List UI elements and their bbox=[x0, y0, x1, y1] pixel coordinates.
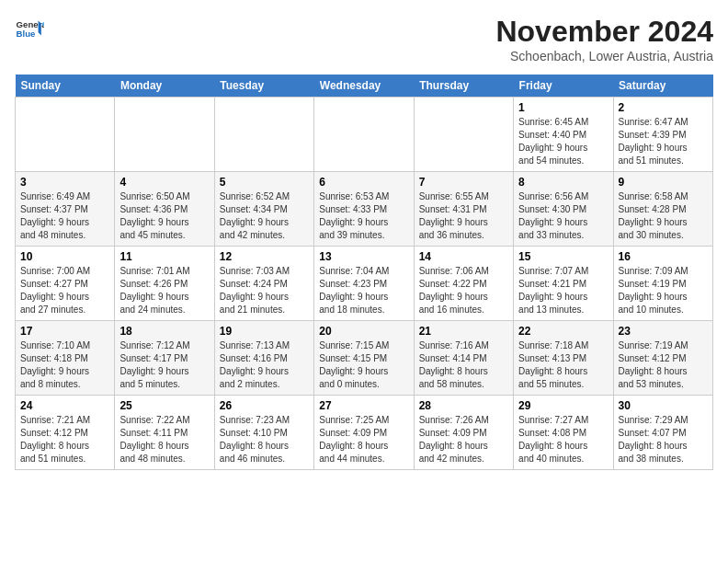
location: Schoenbach, Lower Austria, Austria bbox=[495, 49, 713, 63]
day-cell: 18Sunrise: 7:12 AMSunset: 4:17 PMDayligh… bbox=[115, 321, 214, 396]
column-header-saturday: Saturday bbox=[613, 75, 712, 98]
day-number: 2 bbox=[619, 101, 708, 114]
week-row-3: 10Sunrise: 7:00 AMSunset: 4:27 PMDayligh… bbox=[16, 247, 713, 321]
day-cell bbox=[115, 98, 214, 172]
day-number: 15 bbox=[518, 250, 608, 263]
day-cell: 21Sunrise: 7:16 AMSunset: 4:14 PMDayligh… bbox=[414, 321, 513, 396]
day-cell: 10Sunrise: 7:00 AMSunset: 4:27 PMDayligh… bbox=[16, 247, 115, 321]
logo: General Blue bbox=[15, 15, 44, 44]
day-cell: 3Sunrise: 6:49 AMSunset: 4:37 PMDaylight… bbox=[16, 172, 115, 247]
day-cell: 27Sunrise: 7:25 AMSunset: 4:09 PMDayligh… bbox=[314, 396, 414, 470]
day-info: Sunrise: 7:26 AMSunset: 4:09 PMDaylight:… bbox=[419, 414, 508, 465]
day-info: Sunrise: 6:53 AMSunset: 4:33 PMDaylight:… bbox=[319, 190, 408, 242]
day-number: 18 bbox=[119, 325, 209, 338]
day-info: Sunrise: 7:18 AMSunset: 4:13 PMDaylight:… bbox=[518, 339, 608, 391]
day-cell: 28Sunrise: 7:26 AMSunset: 4:09 PMDayligh… bbox=[414, 396, 513, 470]
day-cell: 5Sunrise: 6:52 AMSunset: 4:34 PMDaylight… bbox=[214, 172, 313, 247]
day-cell: 22Sunrise: 7:18 AMSunset: 4:13 PMDayligh… bbox=[514, 321, 613, 396]
column-header-wednesday: Wednesday bbox=[314, 75, 414, 98]
day-number: 3 bbox=[20, 176, 109, 189]
day-number: 7 bbox=[419, 176, 508, 189]
column-header-sunday: Sunday bbox=[16, 75, 115, 98]
day-cell bbox=[414, 98, 513, 172]
day-number: 10 bbox=[20, 250, 109, 263]
day-number: 19 bbox=[220, 325, 309, 338]
day-info: Sunrise: 6:52 AMSunset: 4:34 PMDaylight:… bbox=[220, 190, 309, 242]
day-cell: 14Sunrise: 7:06 AMSunset: 4:22 PMDayligh… bbox=[414, 247, 513, 321]
day-info: Sunrise: 7:22 AMSunset: 4:11 PMDaylight:… bbox=[119, 414, 209, 465]
day-info: Sunrise: 7:29 AMSunset: 4:07 PMDaylight:… bbox=[619, 414, 708, 465]
day-number: 23 bbox=[619, 325, 708, 338]
svg-text:Blue: Blue bbox=[17, 29, 36, 39]
day-number: 5 bbox=[220, 176, 309, 189]
day-number: 9 bbox=[619, 176, 708, 189]
day-info: Sunrise: 7:13 AMSunset: 4:16 PMDaylight:… bbox=[220, 339, 309, 391]
column-header-friday: Friday bbox=[514, 75, 613, 98]
day-cell: 30Sunrise: 7:29 AMSunset: 4:07 PMDayligh… bbox=[613, 396, 712, 470]
day-info: Sunrise: 7:16 AMSunset: 4:14 PMDaylight:… bbox=[419, 339, 508, 391]
day-number: 25 bbox=[119, 399, 209, 412]
day-number: 14 bbox=[419, 250, 508, 263]
day-info: Sunrise: 6:56 AMSunset: 4:30 PMDaylight:… bbox=[518, 190, 608, 242]
day-number: 13 bbox=[319, 250, 408, 263]
day-cell: 20Sunrise: 7:15 AMSunset: 4:15 PMDayligh… bbox=[314, 321, 414, 396]
day-info: Sunrise: 6:49 AMSunset: 4:37 PMDaylight:… bbox=[20, 190, 109, 242]
day-cell: 29Sunrise: 7:27 AMSunset: 4:08 PMDayligh… bbox=[514, 396, 613, 470]
day-cell bbox=[314, 98, 414, 172]
day-number: 27 bbox=[319, 399, 408, 412]
day-cell: 6Sunrise: 6:53 AMSunset: 4:33 PMDaylight… bbox=[314, 172, 414, 247]
day-info: Sunrise: 6:47 AMSunset: 4:39 PMDaylight:… bbox=[619, 116, 708, 167]
day-info: Sunrise: 6:50 AMSunset: 4:36 PMDaylight:… bbox=[119, 190, 209, 242]
day-info: Sunrise: 7:01 AMSunset: 4:26 PMDaylight:… bbox=[119, 265, 209, 316]
day-number: 4 bbox=[119, 176, 209, 189]
month-title: November 2024 bbox=[495, 15, 713, 49]
day-number: 21 bbox=[419, 325, 508, 338]
day-info: Sunrise: 7:07 AMSunset: 4:21 PMDaylight:… bbox=[518, 265, 608, 316]
day-cell: 12Sunrise: 7:03 AMSunset: 4:24 PMDayligh… bbox=[214, 247, 313, 321]
day-cell: 15Sunrise: 7:07 AMSunset: 4:21 PMDayligh… bbox=[514, 247, 613, 321]
week-row-2: 3Sunrise: 6:49 AMSunset: 4:37 PMDaylight… bbox=[16, 172, 713, 247]
day-cell: 17Sunrise: 7:10 AMSunset: 4:18 PMDayligh… bbox=[16, 321, 115, 396]
header: General Blue November 2024 Schoenbach, L… bbox=[15, 15, 713, 63]
day-info: Sunrise: 7:04 AMSunset: 4:23 PMDaylight:… bbox=[319, 265, 408, 316]
day-number: 11 bbox=[119, 250, 209, 263]
column-header-tuesday: Tuesday bbox=[214, 75, 313, 98]
calendar-header-row: SundayMondayTuesdayWednesdayThursdayFrid… bbox=[16, 75, 713, 98]
day-number: 20 bbox=[319, 325, 408, 338]
day-info: Sunrise: 7:03 AMSunset: 4:24 PMDaylight:… bbox=[220, 265, 309, 316]
day-info: Sunrise: 6:58 AMSunset: 4:28 PMDaylight:… bbox=[619, 190, 708, 242]
day-cell: 8Sunrise: 6:56 AMSunset: 4:30 PMDaylight… bbox=[514, 172, 613, 247]
day-cell: 1Sunrise: 6:45 AMSunset: 4:40 PMDaylight… bbox=[514, 98, 613, 172]
day-info: Sunrise: 7:09 AMSunset: 4:19 PMDaylight:… bbox=[619, 265, 708, 316]
day-cell: 13Sunrise: 7:04 AMSunset: 4:23 PMDayligh… bbox=[314, 247, 414, 321]
week-row-5: 24Sunrise: 7:21 AMSunset: 4:12 PMDayligh… bbox=[16, 396, 713, 470]
day-info: Sunrise: 7:21 AMSunset: 4:12 PMDaylight:… bbox=[20, 414, 109, 465]
day-number: 17 bbox=[20, 325, 109, 338]
logo-icon: General Blue bbox=[15, 15, 44, 44]
day-info: Sunrise: 7:25 AMSunset: 4:09 PMDaylight:… bbox=[319, 414, 408, 465]
day-info: Sunrise: 6:55 AMSunset: 4:31 PMDaylight:… bbox=[419, 190, 508, 242]
day-cell: 26Sunrise: 7:23 AMSunset: 4:10 PMDayligh… bbox=[214, 396, 313, 470]
day-info: Sunrise: 7:10 AMSunset: 4:18 PMDaylight:… bbox=[20, 339, 109, 391]
day-number: 8 bbox=[518, 176, 608, 189]
day-info: Sunrise: 7:23 AMSunset: 4:10 PMDaylight:… bbox=[220, 414, 309, 465]
day-number: 29 bbox=[518, 399, 608, 412]
day-number: 30 bbox=[619, 399, 708, 412]
day-cell: 4Sunrise: 6:50 AMSunset: 4:36 PMDaylight… bbox=[115, 172, 214, 247]
day-number: 12 bbox=[220, 250, 309, 263]
day-cell: 2Sunrise: 6:47 AMSunset: 4:39 PMDaylight… bbox=[613, 98, 712, 172]
week-row-4: 17Sunrise: 7:10 AMSunset: 4:18 PMDayligh… bbox=[16, 321, 713, 396]
day-number: 26 bbox=[220, 399, 309, 412]
day-cell bbox=[16, 98, 115, 172]
day-number: 16 bbox=[619, 250, 708, 263]
day-number: 24 bbox=[20, 399, 109, 412]
day-info: Sunrise: 7:27 AMSunset: 4:08 PMDaylight:… bbox=[518, 414, 608, 465]
day-info: Sunrise: 7:12 AMSunset: 4:17 PMDaylight:… bbox=[119, 339, 209, 391]
day-cell: 9Sunrise: 6:58 AMSunset: 4:28 PMDaylight… bbox=[613, 172, 712, 247]
day-info: Sunrise: 7:15 AMSunset: 4:15 PMDaylight:… bbox=[319, 339, 408, 391]
day-number: 22 bbox=[518, 325, 608, 338]
day-cell: 23Sunrise: 7:19 AMSunset: 4:12 PMDayligh… bbox=[613, 321, 712, 396]
column-header-monday: Monday bbox=[115, 75, 214, 98]
day-number: 28 bbox=[419, 399, 508, 412]
day-cell: 16Sunrise: 7:09 AMSunset: 4:19 PMDayligh… bbox=[613, 247, 712, 321]
